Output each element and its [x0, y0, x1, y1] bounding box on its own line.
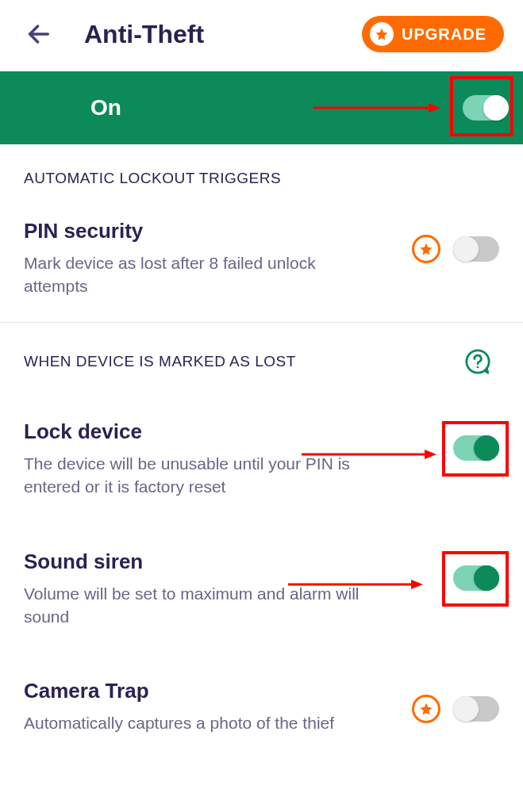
toggle-knob	[453, 236, 479, 262]
setting-desc: The device will be unusable until your P…	[24, 452, 365, 499]
setting-lock-device: Lock device The device will be unusable …	[0, 383, 523, 518]
section-header-triggers: AUTOMATIC LOCKOUT TRIGGERS	[0, 144, 523, 195]
star-icon	[419, 242, 433, 256]
page-title: Anti-Theft	[84, 20, 204, 49]
setting-controls	[412, 235, 499, 263]
setting-text: Lock device The device will be unusable …	[24, 419, 453, 499]
pin-security-toggle[interactable]	[453, 236, 499, 262]
back-button[interactable]	[24, 19, 54, 49]
toggle-knob	[474, 565, 499, 591]
help-button[interactable]	[464, 348, 491, 375]
master-status-label: On	[90, 95, 121, 121]
setting-controls	[453, 565, 499, 591]
svg-marker-2	[429, 103, 440, 113]
svg-point-4	[477, 366, 479, 368]
star-icon-circle	[370, 22, 394, 46]
star-icon	[419, 702, 433, 716]
section-header-label: WHEN DEVICE IS MARKED AS LOST	[24, 353, 296, 370]
setting-desc: Automatically captures a photo of the th…	[24, 711, 365, 734]
master-toggle-wrap	[463, 95, 509, 121]
setting-text: Sound siren Volume will be set to maximu…	[24, 550, 453, 629]
setting-camera-trap: Camera Trap Automatically captures a pho…	[0, 647, 523, 753]
upgrade-button[interactable]: UPGRADE	[362, 16, 504, 52]
app-header: Anti-Theft UPGRADE	[0, 0, 523, 68]
lock-device-toggle[interactable]	[453, 435, 499, 461]
setting-pin-security: PIN security Mark device as lost after 8…	[0, 195, 523, 317]
toggle-knob	[453, 696, 479, 722]
master-toggle[interactable]	[463, 95, 509, 121]
setting-title: Sound siren	[24, 550, 445, 574]
setting-text: PIN security Mark device as lost after 8…	[24, 219, 412, 298]
setting-sound-siren: Sound siren Volume will be set to maximu…	[0, 518, 523, 648]
setting-desc: Volume will be set to maximum and alarm …	[24, 582, 365, 629]
setting-controls	[453, 435, 499, 461]
arrow-left-icon	[25, 21, 52, 48]
toggle-knob	[483, 95, 509, 121]
help-icon	[464, 348, 491, 375]
sound-siren-toggle[interactable]	[453, 565, 499, 591]
premium-badge	[412, 695, 440, 723]
star-icon	[375, 27, 389, 41]
setting-title: Camera Trap	[24, 679, 404, 703]
master-toggle-row: On	[0, 71, 523, 144]
section-header-lost: WHEN DEVICE IS MARKED AS LOST	[0, 323, 523, 383]
setting-desc: Mark device as lost after 8 failed unloc…	[24, 251, 365, 298]
setting-text: Camera Trap Automatically captures a pho…	[24, 679, 412, 734]
setting-controls	[412, 695, 499, 723]
annotation-arrow	[313, 100, 440, 116]
toggle-knob	[474, 435, 499, 461]
camera-trap-toggle[interactable]	[453, 696, 499, 722]
premium-badge	[412, 235, 440, 263]
setting-title: PIN security	[24, 219, 404, 243]
setting-title: Lock device	[24, 419, 445, 444]
upgrade-label: UPGRADE	[402, 25, 486, 44]
